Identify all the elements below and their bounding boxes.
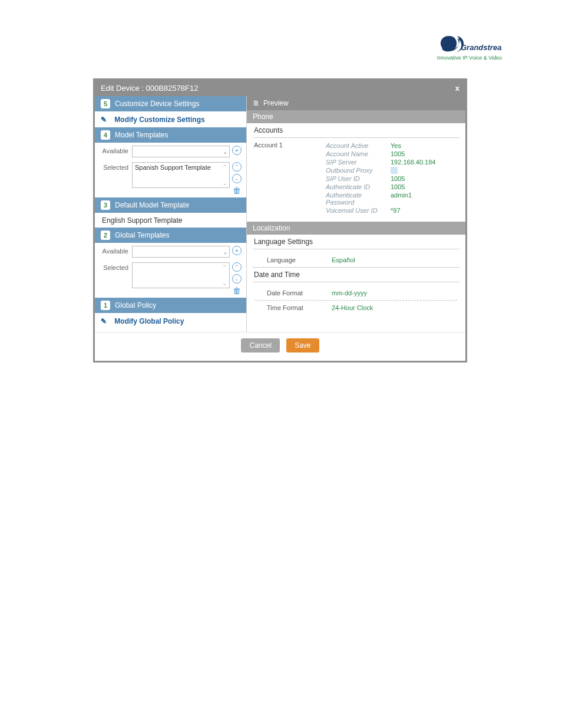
language-row: Language Español [255, 253, 457, 267]
brand-text: Grandstream [461, 43, 502, 52]
delete-icon[interactable]: 🗑 [233, 186, 241, 195]
modal-footer: Cancel Save [95, 332, 465, 361]
kv-outbound-proxy: Outbound Proxy [319, 166, 458, 174]
date-format-row: Date Format mm-dd-yyyy [255, 286, 457, 301]
phone-subheader: Phone [247, 110, 465, 123]
kv-sip-server: SIP Server192.168.40.184 [319, 158, 458, 166]
right-column: 🗎 Preview Phone Accounts Account 1 Accou… [247, 96, 465, 332]
default-model-value: English Support Template [95, 213, 246, 228]
pencil-icon: ✎ [101, 317, 109, 325]
modify-global-policy-link[interactable]: ✎ Modify Global Policy [95, 314, 246, 329]
kv-auth-pw: Authenticate Passwordadmin1 [319, 191, 458, 206]
kv-account-active: Account ActiveYes [319, 141, 458, 150]
modify-global-policy-label: Modify Global Policy [114, 317, 184, 325]
global-templates-header[interactable]: 2 Global Templates [95, 228, 246, 243]
brand-logo: Grandstream Innovative IP Voice & Video [437, 32, 502, 61]
modify-customize-label: Modify Customize Settings [114, 116, 204, 124]
preview-header: 🗎 Preview [247, 96, 465, 110]
badge-1: 1 [101, 301, 110, 310]
model-available-row: Available ⌄ + [95, 143, 246, 160]
grandstream-logo-icon: Grandstream [437, 32, 502, 56]
default-model-title: Default Model Template [115, 201, 189, 209]
badge-5: 5 [101, 99, 110, 108]
save-button[interactable]: Save [286, 338, 319, 353]
customize-title: Customize Device Settings [115, 100, 199, 108]
chevron-down-icon: ⌄ [223, 249, 227, 255]
global-available-label: Available [100, 246, 132, 255]
close-icon[interactable]: x [455, 84, 459, 93]
badge-4: 4 [101, 130, 110, 140]
model-templates-title: Model Templates [115, 131, 168, 139]
modal-title: Edit Device : 000B82578F12 [101, 84, 199, 93]
move-down-button[interactable]: ⌄ [232, 174, 242, 183]
accounts-title: Accounts [247, 123, 465, 137]
preview-scroll[interactable]: 🗎 Preview Phone Accounts Account 1 Accou… [247, 96, 465, 332]
chevron-down-icon: ⌄ [223, 149, 227, 155]
model-selected-row: Selected Spanish Support Template ⌃ ⌄ ⌃ … [95, 160, 246, 197]
brand-tagline: Innovative IP Voice & Video [437, 55, 502, 61]
modal-header: Edit Device : 000B82578F12 x [95, 80, 465, 96]
kv-account-name: Account Name1005 [319, 150, 458, 158]
model-available-select[interactable]: ⌄ [132, 146, 230, 157]
caret-down-icon: ⌄ [222, 180, 227, 186]
move-down-button[interactable]: ⌄ [232, 274, 242, 284]
badge-3: 3 [101, 200, 110, 210]
global-selected-label: Selected [100, 262, 132, 271]
document-icon: 🗎 [253, 99, 260, 107]
customize-device-settings-header[interactable]: 5 Customize Device Settings [95, 96, 246, 112]
kv-auth-id: Authenticate ID1005 [319, 183, 458, 191]
modal-body: 5 Customize Device Settings ✎ Modify Cus… [95, 96, 465, 332]
model-selected-list[interactable]: Spanish Support Template ⌃ ⌄ [132, 162, 230, 188]
badge-2: 2 [101, 230, 110, 240]
global-selected-row: Selected ⌃ ⌄ ⌃ ⌄ 🗑 [95, 260, 246, 298]
modify-customize-settings-link[interactable]: ✎ Modify Customize Settings [95, 112, 246, 127]
caret-up-icon: ⌃ [222, 164, 227, 170]
global-available-row: Available ⌄ + [95, 243, 246, 260]
preview-title: Preview [263, 99, 289, 107]
move-up-button[interactable]: ⌃ [232, 162, 242, 172]
global-templates-title: Global Templates [115, 231, 170, 239]
lang-settings-title: Language Settings [247, 235, 465, 249]
kv-voicemail-user: Voicemail User ID*97 [319, 206, 458, 215]
account-1-label: Account 1 [254, 141, 319, 215]
caret-down-icon: ⌄ [222, 280, 227, 286]
caret-up-icon: ⌃ [222, 264, 227, 271]
delete-icon[interactable]: 🗑 [233, 286, 241, 295]
cancel-button[interactable]: Cancel [241, 338, 279, 353]
global-policy-header[interactable]: 1 Global Policy [95, 298, 246, 314]
divider [253, 249, 459, 249]
global-selected-list[interactable]: ⌃ ⌄ [132, 262, 230, 288]
add-model-template-button[interactable]: + [232, 146, 242, 155]
model-selected-label: Selected [100, 162, 132, 171]
model-selected-item: Spanish Support Template [135, 164, 211, 171]
global-policy-title: Global Policy [115, 301, 156, 309]
left-column: 5 Customize Device Settings ✎ Modify Cus… [95, 96, 247, 332]
default-model-template-header[interactable]: 3 Default Model Template [95, 197, 246, 213]
localization-subheader: Localization [247, 222, 465, 235]
pencil-icon: ✎ [101, 116, 109, 124]
date-time-title: Date and Time [247, 268, 465, 282]
time-format-row: Time Format 24-Hour Clock [255, 301, 457, 315]
edit-device-modal: Edit Device : 000B82578F12 x 5 Customize… [93, 78, 467, 363]
model-templates-header[interactable]: 4 Model Templates [95, 127, 246, 143]
global-available-select[interactable]: ⌄ [132, 246, 230, 258]
move-up-button[interactable]: ⌃ [232, 262, 242, 272]
kv-sip-user-id: SIP User ID1005 [319, 174, 458, 183]
model-available-label: Available [100, 146, 132, 154]
add-global-template-button[interactable]: + [232, 246, 242, 255]
divider [253, 282, 459, 282]
